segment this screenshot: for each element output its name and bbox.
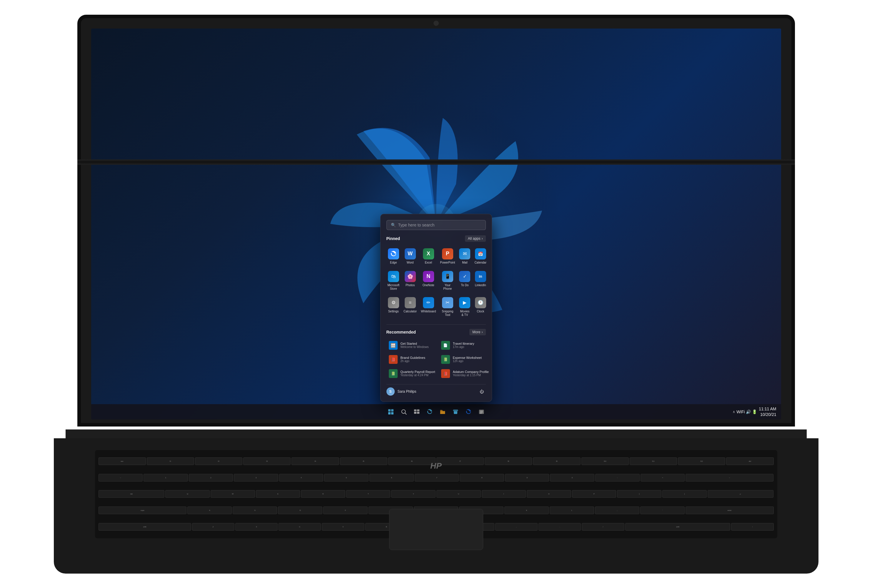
key-f12[interactable]: f12 [678, 458, 725, 465]
key-tilde[interactable]: ~ [99, 474, 143, 482]
key-e[interactable]: E [256, 490, 300, 498]
app-phone[interactable]: 📱 Your Phone [439, 268, 456, 293]
key-2[interactable]: 2 [189, 474, 233, 482]
key-z[interactable]: Z [192, 523, 234, 531]
key-q[interactable]: Q [165, 490, 210, 498]
key-f7[interactable]: f7 [436, 458, 484, 465]
key-caps[interactable]: caps [99, 507, 187, 514]
key-slash[interactable]: / [582, 523, 624, 531]
task-view-button[interactable] [411, 406, 422, 417]
app-mail[interactable]: ✉ Mail [458, 246, 472, 267]
key-4[interactable]: 4 [279, 474, 324, 482]
chevron-up-icon[interactable]: ∧ [733, 410, 735, 414]
taskbar-search-button[interactable] [399, 406, 409, 417]
start-button[interactable] [385, 406, 396, 417]
key-a[interactable]: A [187, 507, 232, 514]
key-f1[interactable]: f1 [147, 458, 194, 465]
key-arrow-up[interactable]: ↑ [731, 523, 773, 531]
key-c[interactable]: C [279, 523, 321, 531]
key-f3[interactable]: f3 [243, 458, 291, 465]
key-f6[interactable]: f6 [388, 458, 436, 465]
key-t[interactable]: T [346, 490, 391, 498]
key-minus[interactable]: - [595, 474, 640, 482]
key-f10[interactable]: f10 [581, 458, 629, 465]
app-edge[interactable]: Edge [387, 246, 401, 267]
app-linkedin[interactable]: in LinkedIn [473, 268, 488, 293]
key-6[interactable]: 6 [369, 474, 414, 482]
key-0[interactable]: 0 [550, 474, 594, 482]
key-8[interactable]: 8 [460, 474, 504, 482]
key-o[interactable]: O [527, 490, 571, 498]
key-f2[interactable]: f2 [195, 458, 242, 465]
rec-payroll[interactable]: 📗 Quarterly Payroll Report Yesterday at … [387, 367, 437, 380]
key-f4[interactable]: f4 [291, 458, 339, 465]
key-u[interactable]: U [436, 490, 481, 498]
key-lbracket[interactable]: [ [617, 490, 661, 498]
key-shift-l[interactable]: shift [99, 523, 191, 531]
key-enter2[interactable]: enter [686, 507, 774, 514]
trackpad[interactable] [389, 509, 483, 550]
key-backspace[interactable]: ← [686, 474, 773, 482]
battery-icon[interactable]: 🔋 [752, 410, 757, 414]
key-s[interactable]: S [233, 507, 277, 514]
volume-icon[interactable]: 🔊 [746, 410, 751, 414]
key-del[interactable]: del [726, 458, 773, 465]
key-y[interactable]: Y [391, 490, 436, 498]
taskbar-store-button[interactable] [450, 406, 461, 417]
key-x[interactable]: X [235, 523, 278, 531]
key-rbracket[interactable]: ] [662, 490, 707, 498]
key-k[interactable]: K [504, 507, 549, 514]
key-period[interactable]: . [538, 523, 581, 531]
app-calculator[interactable]: = Calculator [402, 295, 418, 319]
app-settings[interactable]: ⚙ Settings [387, 295, 401, 319]
key-p[interactable]: P [572, 490, 616, 498]
key-esc[interactable]: esc [99, 458, 146, 465]
key-enter[interactable]: ↵ [707, 490, 774, 498]
app-photos[interactable]: 🌸 Photos [402, 268, 418, 293]
key-shift-r[interactable]: shift [625, 523, 731, 531]
taskbar-edge-button[interactable] [424, 406, 435, 417]
rec-travel[interactable]: 📄 Travel Itinerary 17m ago [439, 339, 491, 352]
taskbar-files-button[interactable] [476, 406, 487, 417]
key-f5[interactable]: f5 [340, 458, 387, 465]
app-store[interactable]: 🛍 Microsoft Store [387, 268, 401, 293]
power-button[interactable]: ⏻ [478, 387, 486, 396]
key-semicolon[interactable]: ; [595, 507, 639, 514]
key-tab[interactable]: tab [99, 490, 165, 498]
key-1[interactable]: 1 [144, 474, 188, 482]
key-w[interactable]: W [211, 490, 255, 498]
app-excel[interactable]: X Excel [420, 246, 437, 267]
key-equals[interactable]: = [641, 474, 685, 482]
rec-adatum[interactable]: 📕 Adatum Company Profile Yesterday at 1:… [439, 367, 491, 380]
key-i[interactable]: I [482, 490, 526, 498]
taskbar-edge-button-2[interactable] [463, 406, 474, 417]
key-r[interactable]: R [301, 490, 345, 498]
app-clock[interactable]: 🕐 Clock [473, 295, 488, 319]
key-7[interactable]: 7 [415, 474, 459, 482]
key-d[interactable]: D [278, 507, 322, 514]
rec-expense[interactable]: 📗 Expense Worksheet 12h ago [439, 353, 491, 366]
app-word[interactable]: W Word [402, 246, 418, 267]
key-3[interactable]: 3 [234, 474, 278, 482]
all-apps-button[interactable]: All apps › [465, 236, 486, 242]
search-bar[interactable]: 🔍 Type here to search [387, 220, 486, 230]
key-5[interactable]: 5 [324, 474, 369, 482]
key-l[interactable]: L [550, 507, 594, 514]
key-9[interactable]: 9 [505, 474, 549, 482]
taskbar-datetime[interactable]: 11:11 AM 10/20/21 [759, 406, 776, 417]
key-comma[interactable]: , [495, 523, 538, 531]
user-info[interactable]: S Sara Philips [387, 387, 417, 396]
rec-brand[interactable]: 📕 Brand Guidelines 2h ago [387, 353, 437, 366]
taskbar-explorer-button[interactable] [437, 406, 448, 417]
app-whiteboard[interactable]: ✏ Whiteboard [420, 295, 437, 319]
wifi-icon[interactable]: WiFi [736, 410, 745, 414]
key-f11[interactable]: f11 [630, 458, 677, 465]
app-powerpoint[interactable]: P PowerPoint [439, 246, 456, 267]
key-f9[interactable]: f9 [533, 458, 580, 465]
key-quote[interactable]: ' [640, 507, 685, 514]
app-todo[interactable]: ✓ To Do [458, 268, 472, 293]
app-snipping[interactable]: ✂ Snipping Tool [439, 295, 456, 319]
app-calendar[interactable]: 📅 Calendar [473, 246, 488, 267]
app-movies[interactable]: ▶ Movies & TV [458, 295, 472, 319]
more-button[interactable]: More › [469, 329, 485, 335]
